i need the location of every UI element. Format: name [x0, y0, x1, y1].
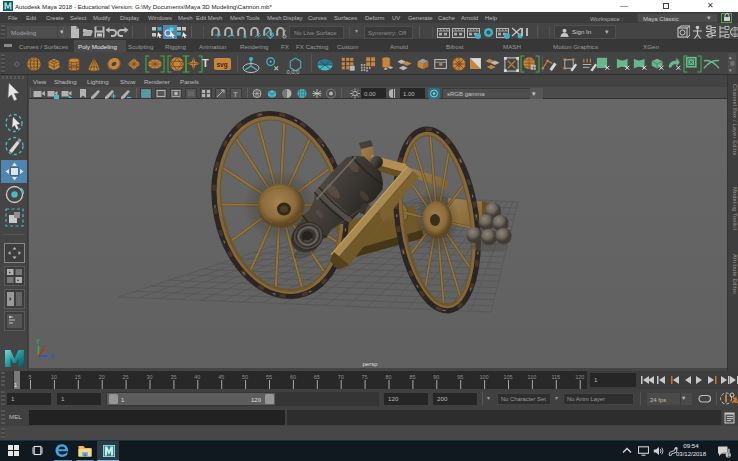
svg-text:1: 1 — [727, 452, 730, 458]
svg-text:Y: Y — [36, 338, 41, 345]
svg-text:T: T — [233, 89, 238, 98]
svg-text:Z: Z — [42, 345, 47, 352]
svg-text:X: X — [50, 353, 55, 360]
